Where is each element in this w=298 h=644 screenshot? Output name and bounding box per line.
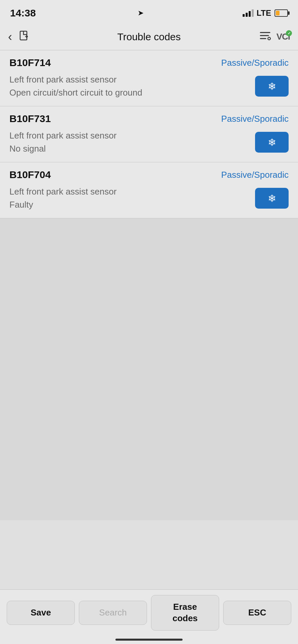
page-title: Trouble codes [117, 31, 181, 43]
code-item: B10F704 Passive/Sporadic Left front park… [0, 162, 298, 218]
code-item: B10F714 Passive/Sporadic Left front park… [0, 50, 298, 106]
status-bar: 14:38 ➤ LTE [0, 0, 298, 23]
code-status: Passive/Sporadic [221, 114, 289, 124]
freeze-frame-button[interactable]: ❄ [255, 188, 289, 209]
vci-connected-dot [286, 30, 292, 36]
nav-bar: ‹ Trouble codes VCI [0, 23, 298, 50]
code-description: Left front park assist sensor No signal [9, 129, 248, 155]
code-body: Left front park assist sensor Faulty ❄ [9, 185, 289, 211]
bottom-toolbar: Save Search Erase codes ESC [0, 589, 298, 644]
filter-icon[interactable] [259, 30, 271, 44]
code-status: Passive/Sporadic [221, 58, 289, 68]
code-description: Left front park assist sensor Faulty [9, 185, 248, 211]
vci-badge[interactable]: VCI [277, 32, 290, 42]
location-arrow: ➤ [138, 9, 144, 17]
signal-icon [243, 9, 254, 17]
battery-icon [275, 9, 288, 17]
save-button[interactable]: Save [7, 601, 75, 625]
code-id: B10F731 [9, 113, 51, 124]
code-header: B10F704 Passive/Sporadic [9, 169, 289, 180]
snowflake-icon: ❄ [268, 193, 276, 204]
search-button[interactable]: Search [79, 601, 147, 625]
empty-content-area [0, 218, 298, 520]
code-id: B10F704 [9, 169, 51, 180]
erase-codes-button[interactable]: Erase codes [151, 595, 219, 631]
export-button[interactable] [19, 30, 30, 44]
back-button[interactable]: ‹ [8, 31, 12, 43]
code-description: Left front park assist sensor Open circu… [9, 73, 248, 99]
code-item: B10F731 Passive/Sporadic Left front park… [0, 106, 298, 162]
code-status: Passive/Sporadic [221, 170, 289, 180]
freeze-frame-button[interactable]: ❄ [255, 132, 289, 153]
code-list: B10F714 Passive/Sporadic Left front park… [0, 50, 298, 589]
code-header: B10F714 Passive/Sporadic [9, 57, 289, 68]
lte-label: LTE [256, 8, 271, 18]
snowflake-icon: ❄ [268, 80, 276, 92]
freeze-frame-button[interactable]: ❄ [255, 76, 289, 97]
status-icons: LTE [243, 8, 288, 18]
code-header: B10F731 Passive/Sporadic [9, 113, 289, 124]
code-body: Left front park assist sensor Open circu… [9, 73, 289, 99]
nav-actions: VCI [259, 30, 290, 44]
home-indicator [115, 639, 183, 641]
esc-button[interactable]: ESC [223, 601, 291, 625]
code-id: B10F714 [9, 57, 51, 68]
status-time: 14:38 [10, 7, 36, 19]
code-body: Left front park assist sensor No signal … [9, 129, 289, 155]
snowflake-icon: ❄ [268, 137, 276, 148]
